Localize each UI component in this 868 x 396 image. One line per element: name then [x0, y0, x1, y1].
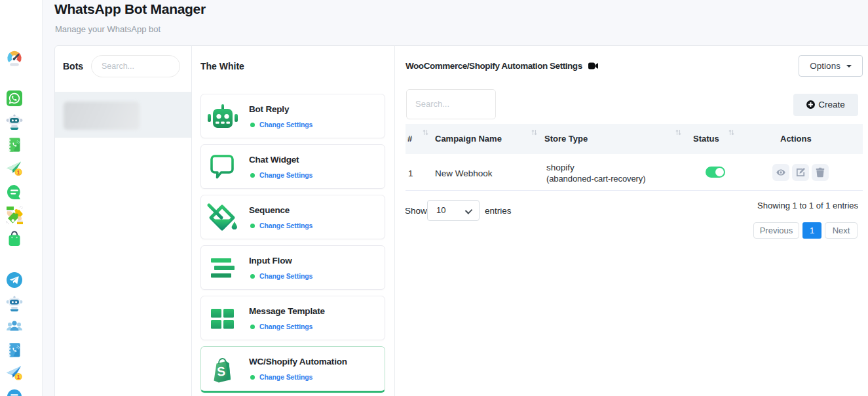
svg-text:S: S — [216, 365, 225, 379]
svg-text:1: 1 — [17, 169, 20, 176]
svg-text:1: 1 — [17, 374, 20, 380]
